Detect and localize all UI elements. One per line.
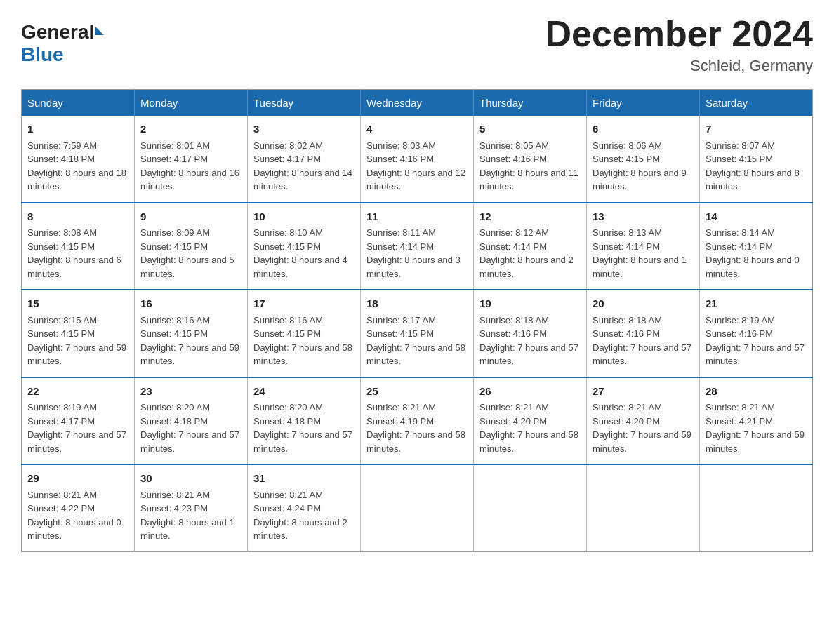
weekday-header-friday: Friday — [587, 90, 700, 116]
title-area: December 2024 Schleid, Germany — [545, 14, 813, 75]
day-info: Sunrise: 8:08 AMSunset: 4:15 PMDaylight:… — [27, 227, 121, 279]
calendar-day-cell: 2 Sunrise: 8:01 AMSunset: 4:17 PMDayligh… — [135, 116, 248, 203]
day-info: Sunrise: 8:10 AMSunset: 4:15 PMDaylight:… — [253, 227, 348, 279]
day-number: 3 — [253, 121, 355, 137]
day-number: 23 — [140, 384, 241, 400]
day-info: Sunrise: 8:21 AMSunset: 4:24 PMDaylight:… — [253, 490, 348, 542]
logo-blue-text: Blue — [21, 43, 104, 66]
calendar-day-cell — [700, 464, 813, 551]
logo-triangle-icon — [95, 27, 104, 35]
calendar-day-cell: 10 Sunrise: 8:10 AMSunset: 4:15 PMDaylig… — [248, 203, 361, 290]
day-number: 10 — [253, 209, 355, 225]
calendar-day-cell: 13 Sunrise: 8:13 AMSunset: 4:14 PMDaylig… — [587, 203, 700, 290]
calendar-day-cell: 15 Sunrise: 8:15 AMSunset: 4:15 PMDaylig… — [22, 290, 135, 377]
day-info: Sunrise: 8:01 AMSunset: 4:17 PMDaylight:… — [140, 140, 239, 192]
day-info: Sunrise: 8:14 AMSunset: 4:14 PMDaylight:… — [706, 227, 800, 279]
location: Schleid, Germany — [545, 57, 813, 75]
day-info: Sunrise: 8:07 AMSunset: 4:15 PMDaylight:… — [706, 140, 800, 192]
logo-general-text: General — [21, 21, 94, 43]
day-number: 17 — [253, 296, 355, 312]
day-number: 14 — [706, 209, 807, 225]
weekday-header-saturday: Saturday — [700, 90, 813, 116]
day-number: 19 — [479, 296, 581, 312]
day-number: 25 — [366, 384, 468, 400]
calendar-day-cell: 26 Sunrise: 8:21 AMSunset: 4:20 PMDaylig… — [474, 377, 587, 465]
calendar-day-cell — [587, 464, 700, 551]
day-number: 13 — [593, 209, 694, 225]
day-number: 18 — [366, 296, 468, 312]
weekday-header-thursday: Thursday — [474, 90, 587, 116]
day-info: Sunrise: 8:16 AMSunset: 4:15 PMDaylight:… — [253, 315, 352, 367]
calendar-week-row: 1 Sunrise: 7:59 AMSunset: 4:18 PMDayligh… — [22, 116, 813, 203]
calendar-day-cell — [361, 464, 474, 551]
day-number: 9 — [140, 209, 241, 225]
day-number: 30 — [140, 471, 241, 487]
calendar-day-cell: 11 Sunrise: 8:11 AMSunset: 4:14 PMDaylig… — [361, 203, 474, 290]
calendar-day-cell: 1 Sunrise: 7:59 AMSunset: 4:18 PMDayligh… — [22, 116, 135, 203]
day-number: 11 — [366, 209, 468, 225]
day-info: Sunrise: 8:21 AMSunset: 4:22 PMDaylight:… — [27, 490, 121, 542]
day-info: Sunrise: 8:21 AMSunset: 4:20 PMDaylight:… — [593, 402, 691, 454]
calendar-week-row: 22 Sunrise: 8:19 AMSunset: 4:17 PMDaylig… — [22, 377, 813, 465]
day-number: 8 — [27, 209, 128, 225]
calendar-day-cell: 21 Sunrise: 8:19 AMSunset: 4:16 PMDaylig… — [700, 290, 813, 377]
calendar-day-cell: 3 Sunrise: 8:02 AMSunset: 4:17 PMDayligh… — [248, 116, 361, 203]
day-number: 12 — [479, 209, 581, 225]
calendar-week-row: 8 Sunrise: 8:08 AMSunset: 4:15 PMDayligh… — [22, 203, 813, 290]
day-number: 22 — [27, 384, 128, 400]
day-info: Sunrise: 8:06 AMSunset: 4:15 PMDaylight:… — [593, 140, 687, 192]
header: General Blue December 2024 Schleid, Germ… — [21, 14, 813, 75]
calendar-day-cell: 16 Sunrise: 8:16 AMSunset: 4:15 PMDaylig… — [135, 290, 248, 377]
calendar-day-cell: 20 Sunrise: 8:18 AMSunset: 4:16 PMDaylig… — [587, 290, 700, 377]
calendar-day-cell: 30 Sunrise: 8:21 AMSunset: 4:23 PMDaylig… — [135, 464, 248, 551]
calendar-day-cell: 18 Sunrise: 8:17 AMSunset: 4:15 PMDaylig… — [361, 290, 474, 377]
calendar-day-cell: 7 Sunrise: 8:07 AMSunset: 4:15 PMDayligh… — [700, 116, 813, 203]
calendar-day-cell: 17 Sunrise: 8:16 AMSunset: 4:15 PMDaylig… — [248, 290, 361, 377]
day-number: 28 — [706, 384, 807, 400]
day-number: 5 — [479, 121, 581, 137]
day-info: Sunrise: 8:18 AMSunset: 4:16 PMDaylight:… — [593, 315, 691, 367]
calendar-day-cell: 31 Sunrise: 8:21 AMSunset: 4:24 PMDaylig… — [248, 464, 361, 551]
day-info: Sunrise: 8:21 AMSunset: 4:23 PMDaylight:… — [140, 490, 234, 542]
calendar-day-cell: 25 Sunrise: 8:21 AMSunset: 4:19 PMDaylig… — [361, 377, 474, 465]
calendar-day-cell: 9 Sunrise: 8:09 AMSunset: 4:15 PMDayligh… — [135, 203, 248, 290]
day-info: Sunrise: 8:20 AMSunset: 4:18 PMDaylight:… — [253, 402, 352, 454]
weekday-header-tuesday: Tuesday — [248, 90, 361, 116]
day-number: 16 — [140, 296, 241, 312]
day-number: 26 — [479, 384, 581, 400]
day-info: Sunrise: 8:05 AMSunset: 4:16 PMDaylight:… — [479, 140, 578, 192]
weekday-header-sunday: Sunday — [22, 90, 135, 116]
calendar-day-cell: 28 Sunrise: 8:21 AMSunset: 4:21 PMDaylig… — [700, 377, 813, 465]
day-info: Sunrise: 8:02 AMSunset: 4:17 PMDaylight:… — [253, 140, 352, 192]
day-info: Sunrise: 8:11 AMSunset: 4:14 PMDaylight:… — [366, 227, 461, 279]
day-info: Sunrise: 8:15 AMSunset: 4:15 PMDaylight:… — [27, 315, 126, 367]
calendar-table: SundayMondayTuesdayWednesdayThursdayFrid… — [21, 89, 813, 552]
calendar-day-cell: 27 Sunrise: 8:21 AMSunset: 4:20 PMDaylig… — [587, 377, 700, 465]
day-info: Sunrise: 8:09 AMSunset: 4:15 PMDaylight:… — [140, 227, 234, 279]
calendar-day-cell: 14 Sunrise: 8:14 AMSunset: 4:14 PMDaylig… — [700, 203, 813, 290]
calendar-day-cell: 12 Sunrise: 8:12 AMSunset: 4:14 PMDaylig… — [474, 203, 587, 290]
day-info: Sunrise: 8:16 AMSunset: 4:15 PMDaylight:… — [140, 315, 239, 367]
day-info: Sunrise: 8:17 AMSunset: 4:15 PMDaylight:… — [366, 315, 465, 367]
day-number: 2 — [140, 121, 241, 137]
day-info: Sunrise: 8:21 AMSunset: 4:21 PMDaylight:… — [706, 402, 805, 454]
day-number: 21 — [706, 296, 807, 312]
day-info: Sunrise: 8:20 AMSunset: 4:18 PMDaylight:… — [140, 402, 239, 454]
day-info: Sunrise: 8:21 AMSunset: 4:20 PMDaylight:… — [479, 402, 578, 454]
calendar-week-row: 15 Sunrise: 8:15 AMSunset: 4:15 PMDaylig… — [22, 290, 813, 377]
weekday-header-row: SundayMondayTuesdayWednesdayThursdayFrid… — [22, 90, 813, 116]
calendar-day-cell — [474, 464, 587, 551]
calendar-day-cell: 23 Sunrise: 8:20 AMSunset: 4:18 PMDaylig… — [135, 377, 248, 465]
logo: General Blue — [21, 21, 104, 66]
day-number: 7 — [706, 121, 807, 137]
day-number: 29 — [27, 471, 128, 487]
day-number: 1 — [27, 121, 128, 137]
day-number: 31 — [253, 471, 355, 487]
calendar-week-row: 29 Sunrise: 8:21 AMSunset: 4:22 PMDaylig… — [22, 464, 813, 551]
day-number: 20 — [593, 296, 694, 312]
day-info: Sunrise: 8:13 AMSunset: 4:14 PMDaylight:… — [593, 227, 687, 279]
day-number: 27 — [593, 384, 694, 400]
day-info: Sunrise: 8:19 AMSunset: 4:16 PMDaylight:… — [706, 315, 805, 367]
day-info: Sunrise: 8:12 AMSunset: 4:14 PMDaylight:… — [479, 227, 574, 279]
day-info: Sunrise: 8:03 AMSunset: 4:16 PMDaylight:… — [366, 140, 465, 192]
